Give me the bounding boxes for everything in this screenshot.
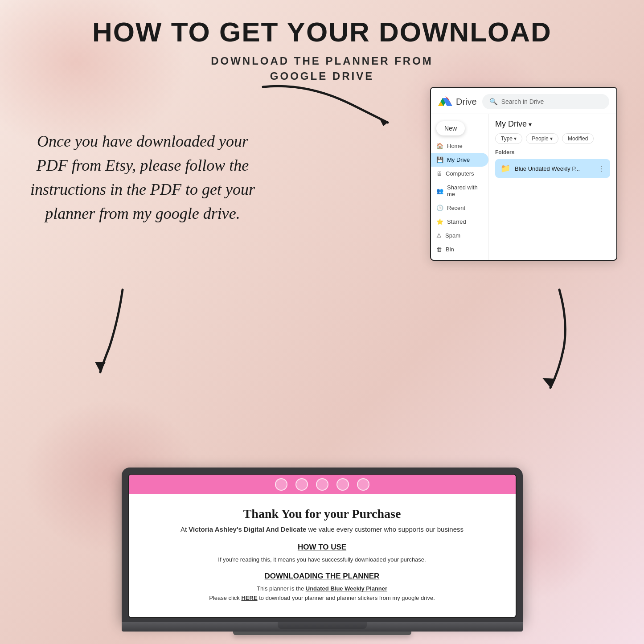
drive-section-title: My Drive ▾ [495,119,610,129]
filter-modified-button[interactable]: Modified [562,133,594,144]
star-icon: ⭐ [436,218,443,225]
drive-logo: Drive [438,95,477,108]
thank-you-title: Thank You for your Purchase [156,507,489,521]
filter-people-button[interactable]: People ▾ [526,133,558,144]
computer-icon: 🖥 [436,170,442,177]
laptop-outer: Thank You for your Purchase At Victoria … [122,468,523,622]
arrow-drive-to-laptop-icon [515,285,595,392]
sidebar-item-shared[interactable]: 👥 Shared with me [431,180,488,201]
laptop-pink-header [129,475,516,494]
drive-logo-icon [438,95,452,108]
drive-header: Drive 🔍 Search in Drive [431,88,616,114]
shop-name: Victoria Ashley's Digital And Delicate [189,525,306,533]
search-icon: 🔍 [489,98,498,106]
header-icon-5 [357,478,369,491]
thank-you-subtitle: At Victoria Ashley's Digital And Delicat… [156,525,489,533]
left-description-text: Once you have downloaded your PDF from E… [27,129,258,226]
header-icon-3 [316,478,328,491]
svg-marker-1 [95,362,106,372]
laptop-stand [278,622,367,629]
sidebar-item-recent[interactable]: 🕒 Recent [431,201,488,215]
arrow-to-drive-icon [236,78,406,136]
folder-icon: 📁 [500,164,510,173]
sidebar-item-starred[interactable]: ⭐ Starred [431,215,488,229]
laptop-container: Thank You for your Purchase At Victoria … [122,468,523,635]
sidebar-item-computers[interactable]: 🖥 Computers [431,167,488,180]
sidebar-item-home[interactable]: 🏠 Home [431,139,488,153]
header-icon-2 [295,478,308,491]
shared-icon: 👥 [436,188,443,194]
laptop-foot [233,632,411,635]
header-icon-4 [336,478,349,491]
laptop-screen-content: Thank You for your Purchase At Victoria … [129,494,516,617]
downloading-text: This planner is the Undated Blue Weekly … [156,584,489,603]
how-to-use-text: If you're reading this, it means you hav… [156,555,489,564]
drive-body: New 🏠 Home 💾 My Drive 🖥 Computers 👥 Shar… [431,114,616,260]
laptop-screen: Thank You for your Purchase At Victoria … [128,474,517,618]
here-link[interactable]: HERE [241,595,257,601]
folder-more-icon[interactable]: ⋮ [598,164,605,173]
drive-search-bar[interactable]: 🔍 Search in Drive [482,94,609,109]
spam-icon: ⚠ [436,232,442,239]
drive-panel: Drive 🔍 Search in Drive New 🏠 Home 💾 My … [430,87,617,261]
drive-icon: 💾 [436,156,443,163]
drive-section-caret[interactable]: ▾ [529,121,532,128]
sidebar-item-mydrive[interactable]: 💾 My Drive [431,153,488,167]
home-icon: 🏠 [436,143,443,149]
filter-type-button[interactable]: Type ▾ [495,133,522,144]
sidebar-item-bin[interactable]: 🗑 Bin [431,242,488,256]
how-to-use-title: HOW TO USE [156,543,489,552]
downloading-title: DOWNLOADING THE PLANNER [156,572,489,581]
sidebar-item-spam[interactable]: ⚠ Spam [431,229,488,242]
drive-new-button[interactable]: New [436,121,465,135]
arrow-left-down-icon [87,285,154,374]
laptop-base [122,622,523,632]
header-icon-1 [275,478,287,491]
folder-name: Blue Undated Weekly P... [515,165,593,172]
drive-sidebar: New 🏠 Home 💾 My Drive 🖥 Computers 👥 Shar… [431,114,489,260]
main-title: HOW TO GET YOUR DOWNLOAD [0,0,644,47]
drive-filters: Type ▾ People ▾ Modified [495,133,610,144]
drive-folders-label: Folders [495,149,610,156]
drive-main-area: My Drive ▾ Type ▾ People ▾ Modified Fold… [489,114,616,260]
recent-icon: 🕒 [436,205,443,211]
bin-icon: 🗑 [436,246,442,253]
drive-folder-item[interactable]: 📁 Blue Undated Weekly P... ⋮ [495,159,610,178]
planner-name: Undated Blue Weekly Planner [306,585,387,592]
